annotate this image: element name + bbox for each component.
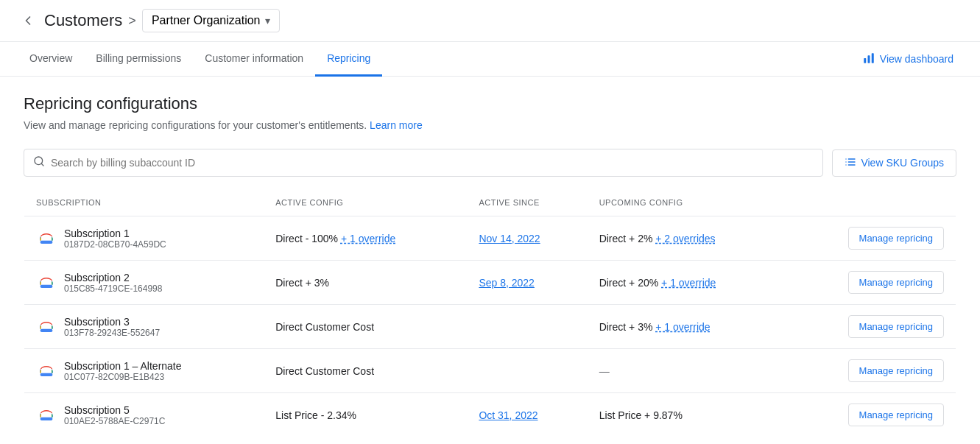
active-config-override-link[interactable]: + 1 override xyxy=(341,233,395,244)
back-button[interactable] xyxy=(18,10,38,31)
upcoming-config-value: Direct + 3% xyxy=(599,321,653,333)
col-upcoming-config: UPCOMING CONFIG xyxy=(588,189,786,216)
active-since-link[interactable]: Nov 14, 2022 xyxy=(479,233,540,244)
search-container xyxy=(24,149,823,177)
tab-overview[interactable]: Overview xyxy=(18,42,84,77)
tab-billing-permissions[interactable]: Billing permissions xyxy=(84,42,193,77)
view-dashboard-label: View dashboard xyxy=(880,53,953,65)
subscription-cell: Subscription 3 013F78-29243E-552647 xyxy=(36,316,252,338)
active-since-link[interactable]: Sep 8, 2022 xyxy=(479,277,535,289)
tabs-bar: Overview Billing permissions Customer in… xyxy=(0,42,980,77)
svg-rect-15 xyxy=(40,417,53,420)
page-title: Repricing configurations xyxy=(24,94,956,113)
toolbar-row: View SKU Groups xyxy=(24,149,956,177)
tab-customer-information[interactable]: Customer information xyxy=(193,42,315,77)
learn-more-link[interactable]: Learn more xyxy=(370,119,423,131)
page-description: View and manage repricing configurations… xyxy=(24,119,956,131)
view-dashboard-button[interactable]: View dashboard xyxy=(853,46,962,73)
gcp-icon xyxy=(36,405,57,426)
repricing-table: SUBSCRIPTION ACTIVE CONFIG ACTIVE SINCE … xyxy=(24,188,956,437)
upcoming-config-value: List Price + 9.87% xyxy=(599,409,683,421)
active-config-value: List Price - 2.34% xyxy=(275,409,356,421)
table-row: Subscription 1 0187D2-08CB70-4A59DC Dire… xyxy=(24,216,956,261)
upcoming-config-cell: Direct + 3% + 1 override xyxy=(588,305,786,349)
active-config-value: Direct + 3% xyxy=(275,277,329,289)
org-name: Partner Organization xyxy=(152,14,261,27)
tab-repricing[interactable]: Repricing xyxy=(315,42,382,77)
search-icon xyxy=(33,155,45,170)
active-since-cell: Nov 14, 2022 xyxy=(467,216,587,261)
active-config-cell: Direct Customer Cost xyxy=(264,305,467,349)
active-config-cell: Direct + 3% xyxy=(264,261,467,305)
svg-rect-1 xyxy=(867,55,870,63)
subscription-cell: Subscription 1 – Alternate 01C077-82C09B… xyxy=(36,360,252,382)
subscription-id: 015C85-4719CE-164998 xyxy=(64,283,162,294)
upcoming-config-cell: Direct + 20% + 1 override xyxy=(588,261,786,305)
svg-rect-13 xyxy=(40,328,53,331)
svg-rect-12 xyxy=(40,284,53,287)
upcoming-config-value: Direct + 2% xyxy=(599,233,653,244)
active-since-cell xyxy=(467,305,587,349)
chevron-down-icon: ▾ xyxy=(265,15,270,27)
col-subscription: SUBSCRIPTION xyxy=(24,189,264,216)
active-since-cell: Sep 8, 2022 xyxy=(467,261,587,305)
upcoming-config-cell: Direct + 2% + 2 overrides xyxy=(588,216,786,261)
list-icon xyxy=(845,156,856,170)
active-since-link[interactable]: Oct 31, 2022 xyxy=(479,409,537,421)
gcp-icon xyxy=(36,272,57,293)
active-config-cell: List Price - 2.34% xyxy=(264,393,467,437)
subscription-cell: Subscription 2 015C85-4719CE-164998 xyxy=(36,272,252,294)
subscription-id: 013F78-29243E-552647 xyxy=(64,328,160,338)
svg-rect-0 xyxy=(864,58,866,63)
view-sku-groups-button[interactable]: View SKU Groups xyxy=(832,149,956,177)
col-active-config: ACTIVE CONFIG xyxy=(264,189,467,216)
upcoming-config-override-link[interactable]: + 2 overrides xyxy=(655,233,715,244)
gcp-icon xyxy=(36,317,57,337)
svg-rect-14 xyxy=(40,373,53,376)
table-row: Subscription 1 – Alternate 01C077-82C09B… xyxy=(24,349,956,393)
subscription-id: 0187D2-08CB70-4A59DC xyxy=(64,239,166,250)
active-config-value: Direct Customer Cost xyxy=(275,321,374,333)
svg-rect-11 xyxy=(40,240,53,243)
gcp-icon xyxy=(36,361,57,381)
manage-repricing-button[interactable]: Manage repricing xyxy=(848,227,944,250)
upcoming-config-cell: — xyxy=(588,349,786,393)
manage-repricing-button[interactable]: Manage repricing xyxy=(848,359,944,382)
action-cell: Manage repricing xyxy=(786,261,956,305)
active-config-value: Direct Customer Cost xyxy=(275,365,374,377)
gcp-icon xyxy=(36,228,57,249)
upcoming-config-override-link[interactable]: + 1 override xyxy=(661,277,716,289)
subscription-id: 010AE2-5788AE-C2971C xyxy=(64,416,165,426)
active-since-cell: Oct 31, 2022 xyxy=(467,393,587,437)
action-cell: Manage repricing xyxy=(786,349,956,393)
svg-rect-2 xyxy=(872,53,874,63)
action-cell: Manage repricing xyxy=(786,216,956,261)
org-selector[interactable]: Partner Organization ▾ xyxy=(142,9,280,32)
table-row: Subscription 2 015C85-4719CE-164998 Dire… xyxy=(24,261,956,305)
svg-line-4 xyxy=(41,163,43,166)
top-header: Customers > Partner Organization ▾ xyxy=(0,0,980,42)
active-since-cell xyxy=(467,349,587,393)
upcoming-config-cell: List Price + 9.87% xyxy=(588,393,786,437)
manage-repricing-button[interactable]: Manage repricing xyxy=(848,315,944,338)
upcoming-config-override-link[interactable]: + 1 override xyxy=(655,321,710,333)
manage-repricing-button[interactable]: Manage repricing xyxy=(848,271,944,294)
subscription-name: Subscription 1 xyxy=(64,228,166,239)
bar-chart-icon xyxy=(862,52,875,67)
main-content: Repricing configurations View and manage… xyxy=(0,77,980,444)
subscription-cell: Subscription 5 010AE2-5788AE-C2971C xyxy=(36,404,252,426)
subscription-name: Subscription 2 xyxy=(64,272,162,283)
breadcrumb-separator: > xyxy=(128,13,136,29)
upcoming-config-empty: — xyxy=(599,365,610,377)
table-row: Subscription 5 010AE2-5788AE-C2971C List… xyxy=(24,393,956,437)
active-config-cell: Direct Customer Cost xyxy=(264,349,467,393)
manage-repricing-button[interactable]: Manage repricing xyxy=(848,404,944,426)
action-cell: Manage repricing xyxy=(786,393,956,437)
breadcrumb-customers[interactable]: Customers xyxy=(44,11,122,30)
subscription-id: 01C077-82C09B-E1B423 xyxy=(64,372,182,382)
search-input[interactable] xyxy=(51,157,814,169)
col-active-since: ACTIVE SINCE xyxy=(467,189,587,216)
subscription-name: Subscription 1 – Alternate xyxy=(64,360,182,372)
subscription-cell: Subscription 1 0187D2-08CB70-4A59DC xyxy=(36,228,252,250)
upcoming-config-value: Direct + 20% xyxy=(599,277,659,289)
